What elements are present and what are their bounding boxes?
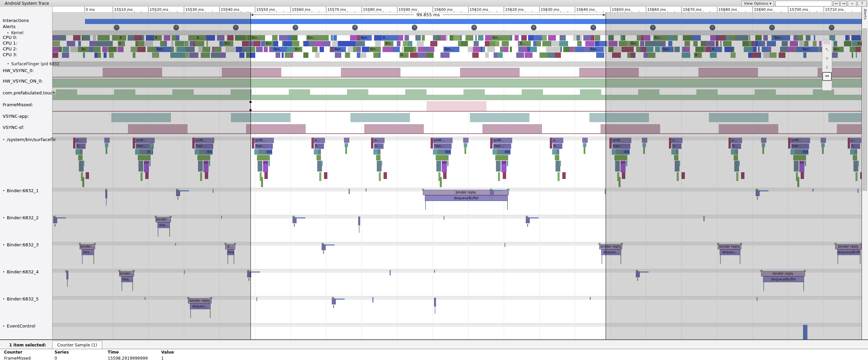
sf-slice[interactable] — [642, 138, 647, 143]
cpu-slice[interactable] — [422, 47, 430, 52]
cpu-slice[interactable] — [848, 35, 850, 41]
sf-slice-labeled[interactable]: h… — [672, 143, 681, 149]
sf-slice[interactable] — [252, 138, 254, 149]
cpu-slice[interactable] — [405, 35, 409, 41]
cpu-slice[interactable] — [375, 41, 381, 46]
selection-line-left[interactable] — [251, 12, 251, 339]
sf-slice-labeled[interactable]: o… — [314, 138, 325, 143]
cpu-slice-labeled[interactable]: B — [118, 41, 125, 46]
cpu-slice[interactable] — [837, 52, 838, 58]
sf-slice[interactable] — [254, 149, 259, 155]
cpu-slice[interactable] — [362, 47, 369, 52]
cpu-slice[interactable] — [273, 41, 278, 46]
cpu-slice[interactable] — [701, 41, 706, 46]
cpu-slice[interactable] — [518, 47, 524, 52]
cpu-slice[interactable] — [144, 41, 153, 46]
cpu-slice[interactable] — [762, 47, 768, 52]
sf-slice[interactable] — [562, 172, 566, 179]
sf-slice-labeled[interactable]: o… — [671, 138, 682, 143]
cpu-slice[interactable] — [648, 52, 655, 58]
cpu-slice[interactable] — [68, 52, 69, 58]
dequeue-buffer-slice[interactable]: deq… — [121, 276, 133, 282]
binder-reply-slice[interactable]: binder reply — [718, 244, 741, 249]
sf-slice[interactable] — [616, 149, 623, 155]
sf-slice[interactable] — [197, 155, 210, 160]
track-group-toggle[interactable]: ▾SurfaceFlinger (pid 6832) — [0, 62, 60, 67]
sf-slice[interactable] — [822, 147, 824, 154]
counter-block[interactable] — [289, 89, 310, 100]
cpu-slice[interactable] — [177, 47, 185, 52]
sf-slice[interactable] — [371, 138, 373, 149]
cpu-slice[interactable] — [146, 35, 154, 41]
sf-slice[interactable] — [801, 172, 804, 179]
cpu-slice[interactable] — [534, 35, 542, 41]
cpu-slice-labeled[interactable]: Bin… — [492, 35, 510, 41]
sf-slice-labeled[interactable]: doC — [623, 149, 630, 155]
binder-reply-slice[interactable]: binder… — [119, 271, 134, 276]
cpu-slice[interactable] — [787, 47, 795, 52]
counter-block[interactable] — [103, 68, 162, 77]
selection-line-right[interactable] — [606, 12, 606, 339]
cpu-slice[interactable] — [303, 52, 308, 58]
sf-slice[interactable] — [493, 149, 497, 155]
cpu-slice[interactable] — [251, 47, 255, 52]
counter-block[interactable] — [522, 89, 543, 100]
cpu-slice[interactable] — [133, 52, 135, 58]
binder-tick[interactable] — [757, 297, 758, 301]
counter-solid[interactable] — [52, 78, 862, 88]
cpu-slice-labeled[interactable]: Ren… — [156, 47, 172, 52]
cpu-slice[interactable] — [609, 35, 614, 41]
sf-slice[interactable] — [314, 149, 318, 155]
cpu-slice-labeled[interactable]: Bin… — [369, 47, 381, 52]
cpu-slice[interactable] — [374, 35, 382, 41]
sf-slice-labeled[interactable]: doC — [206, 149, 213, 155]
cpu-slice[interactable] — [219, 52, 226, 58]
cpu-slice[interactable] — [755, 41, 758, 46]
sf-slice[interactable] — [344, 138, 349, 143]
track-group-toggle[interactable]: ▾Binder:6832_5 — [0, 296, 56, 323]
sf-slice[interactable] — [788, 138, 790, 149]
help-button[interactable]: ? — [858, 1, 867, 6]
sf-slice[interactable] — [80, 149, 83, 155]
binder-small-slice[interactable] — [176, 190, 180, 196]
sf-slice[interactable] — [345, 147, 347, 154]
cpu-slice[interactable] — [752, 52, 760, 58]
dequeue-buffer-slice[interactable]: dequeueBuffer — [425, 195, 508, 201]
counter-block[interactable] — [111, 113, 171, 122]
cpu-slice[interactable] — [108, 47, 117, 52]
sf-slice[interactable] — [855, 172, 858, 181]
binder-reply-slice[interactable]: binder reply — [599, 244, 622, 249]
cpu-slice[interactable] — [97, 35, 102, 41]
counter-block[interactable] — [698, 68, 758, 77]
counter-block[interactable] — [231, 113, 290, 122]
cpu-slice[interactable] — [292, 41, 300, 46]
track-group-toggle[interactable]: ▾Binder:6832_1 — [0, 188, 56, 215]
vertical-scrollbar-thumb[interactable] — [863, 28, 867, 191]
cpu-slice[interactable] — [335, 52, 341, 58]
cpu-slice[interactable] — [762, 41, 765, 46]
sf-slice[interactable] — [557, 149, 559, 155]
cpu-slice[interactable] — [314, 41, 323, 46]
cpu-slice[interactable] — [70, 47, 78, 52]
cpu-slice[interactable] — [596, 52, 604, 58]
cpu-slice[interactable] — [706, 47, 711, 52]
sf-slice[interactable] — [150, 143, 153, 147]
cpu-slice-labeled[interactable]: Bin — [384, 41, 393, 46]
sf-slice-labeled[interactable]: pos — [203, 161, 209, 172]
sf-slice-labeled[interactable]: o… — [850, 138, 861, 143]
cpu-slice-labeled[interactable]: B — [118, 35, 126, 41]
cpu-slice[interactable] — [217, 35, 224, 41]
cpu-slice[interactable] — [465, 35, 473, 41]
cpu-slice[interactable] — [186, 41, 188, 46]
track-group-toggle[interactable]: ▾Binder:6832_2 — [0, 215, 56, 242]
counter-block[interactable] — [589, 113, 649, 122]
cpu-slice[interactable] — [195, 41, 204, 46]
binder-small-slice[interactable] — [756, 190, 760, 196]
cpu-slice[interactable] — [851, 35, 861, 41]
cpu-slice[interactable] — [202, 47, 210, 52]
cpu-slice[interactable] — [769, 52, 777, 58]
sf-slice-labeled[interactable]: pos — [799, 161, 804, 172]
sf-slice[interactable] — [821, 143, 825, 147]
cpu-slice[interactable] — [398, 35, 403, 41]
binder-tall-slice[interactable] — [66, 271, 68, 279]
